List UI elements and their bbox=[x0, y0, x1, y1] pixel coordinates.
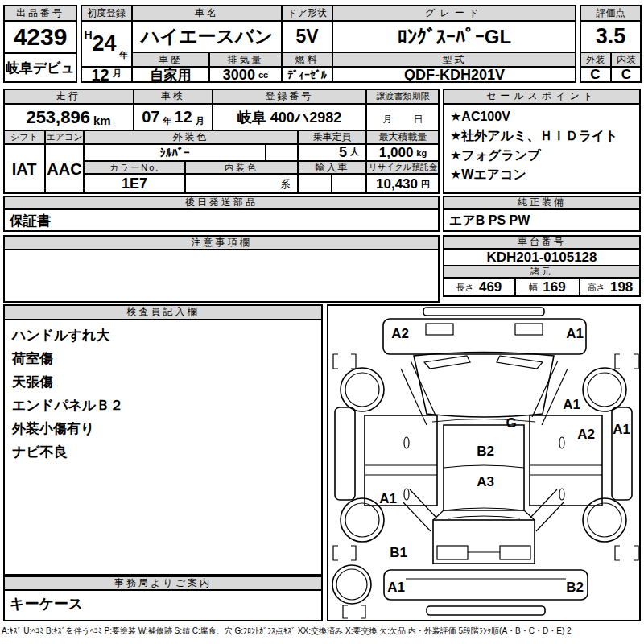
mileage-value: 253,896 bbox=[26, 107, 90, 128]
exterior-color-label: 外装色 bbox=[84, 130, 298, 144]
left-side-lines bbox=[365, 465, 437, 475]
damage-code-A1: A1 bbox=[613, 422, 630, 437]
width-label: 幅 bbox=[529, 282, 538, 294]
rear-panel bbox=[433, 520, 535, 564]
damage-code-A2: A2 bbox=[391, 326, 409, 341]
damage-code-G: G bbox=[506, 415, 516, 431]
notes-label: 注意事項欄 bbox=[3, 235, 440, 250]
oem-equipment-value: エアB PS PW bbox=[443, 209, 641, 232]
front-panel bbox=[383, 319, 586, 354]
spare-tire bbox=[332, 565, 371, 604]
first-registration-year: H24年 bbox=[80, 21, 132, 67]
model-code: QDF-KDH201V bbox=[332, 67, 576, 83]
headlight-right bbox=[515, 324, 543, 335]
color-no-label: カラーNo. bbox=[84, 161, 185, 174]
inspector-note-line: 外装小傷有り bbox=[12, 417, 314, 440]
left-rocker-panel bbox=[335, 407, 355, 500]
fuel-label: 燃料 bbox=[282, 52, 332, 67]
inspector-note-line: ハンドルすれ大 bbox=[12, 324, 314, 347]
sales-points-list: ★AC100V★社外アルミ、ＨＩＤライト★フォグランプ★Wエアコン bbox=[443, 104, 641, 194]
displacement-value: 3000 bbox=[223, 67, 255, 83]
first-registration-label: 初度登録 bbox=[80, 5, 132, 21]
auction-number-label: 出品番号 bbox=[3, 5, 77, 21]
inspection: 07年12月 bbox=[134, 104, 213, 130]
plate-number: 岐阜 400ハ2982 bbox=[213, 104, 366, 130]
recycle-deposit-label: リサイクル預託金 bbox=[366, 161, 440, 174]
capacity-value: 5 bbox=[339, 144, 347, 161]
auction-venue: 岐阜デビュ bbox=[3, 53, 77, 83]
mileage: 253,896km bbox=[3, 104, 134, 130]
length-label: 長さ bbox=[456, 282, 474, 294]
max-load-value: 1,000 bbox=[379, 145, 414, 161]
door-shape: 5V bbox=[282, 21, 332, 52]
model-code-label: 型式 bbox=[332, 52, 576, 67]
left-side-panel bbox=[365, 415, 437, 506]
capacity: 5人 bbox=[298, 144, 366, 161]
shift-label: シフト bbox=[3, 130, 45, 144]
exterior-color: ｼﾙﾊﾞｰ bbox=[84, 144, 266, 161]
width-cell: 幅169 bbox=[515, 278, 580, 297]
rear-bottom-strip bbox=[427, 606, 545, 615]
grade: ﾛﾝｸﾞｽｰﾊﾟｰGL bbox=[332, 21, 576, 52]
shift: IAT bbox=[3, 144, 45, 194]
inspector-note-line: 荷室傷 bbox=[12, 347, 314, 370]
spec-label: 諸元 bbox=[443, 266, 641, 278]
recycle-deposit: 10,430円 bbox=[366, 174, 440, 194]
history-label: 車歴 bbox=[132, 52, 209, 67]
plate-label: 登録番号 bbox=[213, 89, 366, 104]
roof-panel bbox=[444, 425, 524, 510]
transfer-month-placeholder: 月 bbox=[383, 113, 393, 126]
inspector-label: 検査員記入欄 bbox=[3, 304, 323, 320]
auction-sheet: 出品番号 4239 岐阜デビュ 初度登録 車名 ドア形状 グレード H24年 ハ… bbox=[0, 0, 644, 644]
interior-grade: C bbox=[611, 67, 642, 83]
office-notice-label: 事務局よりご案内 bbox=[3, 576, 323, 590]
wheel-rear-right bbox=[583, 498, 626, 542]
aircon-label: エアコン bbox=[45, 130, 84, 144]
damage-code-A1: A1 bbox=[563, 397, 580, 412]
taillight-right bbox=[500, 546, 530, 559]
score-value: 3.5 bbox=[580, 21, 642, 52]
wheel-front-left bbox=[341, 368, 384, 411]
inspection-month-unit: 月 bbox=[196, 115, 204, 130]
displacement: 3000cc bbox=[209, 67, 282, 83]
rear-bumper bbox=[384, 570, 588, 600]
right-door-handle-rear bbox=[559, 489, 564, 500]
inspector-note-line: ナビ不良 bbox=[12, 440, 314, 464]
sales-point-item: ★Wエアコン bbox=[450, 165, 634, 184]
inspector-note-line: エンドパネルＢ２ bbox=[12, 394, 314, 417]
wiper-left bbox=[424, 356, 470, 369]
interior-color: 系 bbox=[185, 174, 298, 194]
bracket-mid-right bbox=[615, 546, 638, 560]
transfer-docs-label: 譲渡書類期限 bbox=[366, 89, 440, 104]
right-door-handle-front bbox=[559, 437, 564, 448]
damage-code-A1: A1 bbox=[566, 326, 584, 341]
damage-code-A1: A1 bbox=[387, 580, 405, 595]
first-registration-year-value: 24 bbox=[93, 31, 117, 56]
inspection-year-unit: 年 bbox=[163, 115, 172, 130]
left-door-handle-rear bbox=[404, 489, 409, 500]
damage-code-B2: B2 bbox=[477, 444, 494, 459]
wiper-right bbox=[497, 356, 543, 369]
d-pillar-left bbox=[403, 489, 437, 531]
displacement-unit: cc bbox=[258, 70, 268, 82]
first-registration-month-value: 12 bbox=[91, 67, 109, 83]
headlight-left bbox=[426, 324, 453, 335]
fuel: ﾃﾞｨｰｾﾞﾙ bbox=[282, 67, 332, 83]
color-no: 1E7 bbox=[84, 174, 185, 194]
shipped-later-value: 保証書 bbox=[3, 209, 440, 232]
roof-floor-divider bbox=[444, 465, 524, 468]
first-registration-month: 12月 bbox=[80, 67, 132, 83]
import-cell-1 bbox=[298, 174, 332, 194]
right-side-lines bbox=[530, 465, 602, 475]
recycle-deposit-unit: 円 bbox=[421, 179, 430, 193]
height-cell: 高さ198 bbox=[580, 278, 641, 297]
chassis-number: KDH201-0105128 bbox=[443, 249, 641, 266]
interior-color-label: 内装色 bbox=[185, 161, 298, 174]
capacity-unit: 人 bbox=[350, 146, 359, 160]
max-load-unit: kg bbox=[416, 148, 427, 160]
mileage-label: 走行 bbox=[3, 89, 134, 104]
exterior-grade-label: 外装 bbox=[580, 52, 611, 67]
transfer-day-placeholder: 日 bbox=[414, 113, 423, 126]
length-cell: 長さ469 bbox=[443, 278, 515, 297]
inspection-label: 車検 bbox=[134, 89, 213, 104]
